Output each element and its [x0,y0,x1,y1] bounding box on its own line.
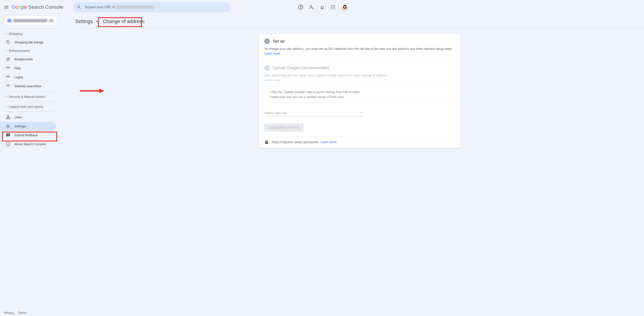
step-2: 2 Update Google (recommended) After perf… [259,60,352,136]
tag-icon [6,40,10,44]
footer-text: Step 2 requires owner permission. Learn … [272,140,336,144]
sidebar-item-sitelinks[interactable]: Sitelinks searchbox [0,82,63,91]
step-description: After performing all your setup tasks, u… [264,73,352,83]
sidebar-item-about[interactable]: About Search Console [0,140,63,149]
tip-line: • Make sure that you are a verified owne… [269,94,352,99]
learn-more-link[interactable]: Learn more [264,78,280,82]
sidebar-item-feedback[interactable]: Submit feedback [0,131,63,140]
sidebar-item-faq[interactable]: FAQ [0,64,63,73]
learn-more-link[interactable]: Learn more [320,140,336,144]
sidebar-section-label: Enhancements [9,49,30,53]
sidebar-item-label: Logos [14,75,23,79]
svg-point-5 [334,5,335,6]
sidebar-section-security[interactable]: Security & Manual Actions [0,93,63,101]
chevron-right-icon [95,19,99,24]
sidebar-item-logos[interactable]: Logos [0,73,63,82]
search-placeholder: Inspect any URL in [85,5,115,9]
breadcrumb-current: Change of address [101,18,146,25]
svg-point-0 [298,5,303,9]
sidebar-item-links[interactable]: Links [0,113,63,122]
step-1: 1 Set up To change your site address, yo… [259,34,352,60]
breadcrumb-parent[interactable]: Settings [75,18,93,24]
step-number: 2 [264,65,270,70]
sidebar-section-label: Shopping [9,32,22,36]
sidebar-item-label: About Search Console [14,142,46,146]
sidebar-section-shopping[interactable]: Shopping [0,30,63,38]
sidebar-item-label: FAQ [14,66,21,70]
search-domain-redacted [116,5,154,9]
gear-icon [6,124,10,129]
logo[interactable]: Google Search Console [12,4,64,10]
product-name: Search Console [28,4,64,10]
hamburger-menu-icon[interactable] [4,4,9,10]
card-footer: Step 2 requires owner permission. Learn … [259,136,352,148]
layers-icon [6,84,10,88]
layers-icon [6,75,10,79]
svg-point-7 [332,7,334,7]
step-title: Set up [273,39,284,44]
sidebar-section-label: Security & Manual Actions [9,95,46,99]
svg-point-9 [331,8,332,9]
sidebar-item-label: Breadcrumbs [14,57,33,61]
sidebar-item-breadcrumbs[interactable]: Breadcrumbs [0,55,63,64]
main-content: Settings Change of address 1 Set up To c… [75,14,352,172]
svg-point-1 [310,5,312,7]
sidebar-item-settings[interactable]: Settings [0,122,56,131]
property-selector[interactable] [4,16,58,25]
user-settings-icon[interactable] [309,4,314,10]
sidebar-item-label: Settings [14,125,26,128]
step-description: To change your site address, you must se… [264,46,352,56]
svg-point-3 [331,5,332,6]
sidebar-item-label: Sitelinks searchbox [14,84,42,88]
step-number: 1 [264,38,270,44]
sidebar-item-label: Links [14,116,22,119]
search-icon [77,5,82,9]
header: Google Search Console Inspect any URL in [0,0,352,14]
info-icon [6,142,10,146]
sidebar-section-legacy[interactable]: Legacy tools and reports [0,103,63,111]
lock-icon [264,140,269,144]
tip-line: • Skip the 'Update Google' step if you'r… [269,90,352,94]
search-input[interactable]: Inspect any URL in [73,2,230,12]
help-icon[interactable] [298,4,304,10]
layers-icon [6,66,10,70]
svg-point-4 [332,5,334,6]
svg-point-8 [334,7,335,7]
validate-update-button[interactable]: VALIDATE & UPDATE [264,124,304,132]
property-sub-redacted [49,19,54,22]
property-name-redacted [13,19,47,22]
svg-point-12 [7,41,8,42]
svg-point-10 [332,8,334,9]
svg-point-11 [334,8,335,9]
breadcrumb: Settings Change of address [75,14,352,29]
sidebar-section-label: Legacy tools and reports [9,105,43,109]
avatar[interactable] [341,3,348,11]
chevron-down-icon [5,49,8,52]
property-favicon-redacted [8,19,12,22]
sidebar-item-shopping-tab[interactable]: Shopping tab listings [0,38,63,47]
apps-icon[interactable] [330,4,336,10]
layers-icon [6,57,10,62]
chevron-down-icon [5,32,8,35]
chevron-right-icon [5,95,8,98]
svg-point-6 [331,7,332,7]
change-of-address-card: 1 Set up To change your site address, yo… [259,34,352,148]
sitemap-icon [6,115,10,120]
sidebar-item-label: Shopping tab listings [14,40,43,44]
step-title: Update Google (recommended) [273,66,330,70]
feedback-icon [6,133,10,138]
sidebar: Shopping Shopping tab listings Enhanceme… [0,14,63,172]
sidebar-item-label: Submit feedback [14,133,38,137]
learn-more-link[interactable]: Learn more [264,52,280,55]
svg-point-14 [8,126,9,127]
dropdown-placeholder: Select new site [264,111,287,115]
bell-icon[interactable] [320,4,325,10]
sidebar-section-enhancements[interactable]: Enhancements [0,47,63,55]
tips-box: • Skip the 'Update Google' step if you'r… [264,87,352,103]
chevron-right-icon [5,105,8,108]
google-logo: Google [12,4,27,10]
select-new-site-dropdown[interactable]: Select new site [264,110,352,116]
